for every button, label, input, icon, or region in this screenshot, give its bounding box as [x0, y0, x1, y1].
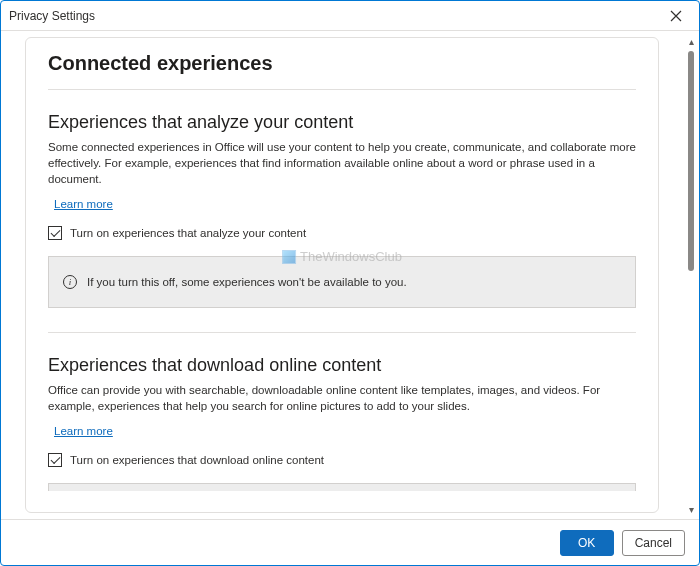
close-button[interactable] — [661, 2, 691, 30]
ok-button[interactable]: OK — [560, 530, 614, 556]
window-title: Privacy Settings — [9, 9, 95, 23]
titlebar: Privacy Settings — [1, 1, 699, 31]
section-analyze-desc: Some connected experiences in Office wil… — [48, 139, 636, 187]
scroll-region: Connected experiences Experiences that a… — [1, 31, 683, 519]
watermark-icon — [282, 250, 296, 264]
cancel-button[interactable]: Cancel — [622, 530, 685, 556]
checkbox-analyze-label: Turn on experiences that analyze your co… — [70, 227, 306, 239]
info-text-analyze: If you turn this off, some experiences w… — [87, 276, 407, 288]
section-divider — [48, 332, 636, 333]
info-icon: i — [63, 275, 77, 289]
scroll-up-arrow-icon[interactable]: ▴ — [684, 33, 698, 49]
checkbox-row-download: Turn on experiences that download online… — [48, 453, 636, 467]
content-panel: Connected experiences Experiences that a… — [25, 37, 659, 513]
privacy-settings-window: Privacy Settings Connected experiences E… — [0, 0, 700, 566]
watermark-text: TheWindowsClub — [300, 249, 402, 264]
close-icon — [670, 10, 682, 22]
info-box-analyze: TheWindowsClub i If you turn this off, s… — [48, 256, 636, 308]
dialog-footer: OK Cancel — [1, 519, 699, 565]
scroll-down-arrow-icon[interactable]: ▾ — [684, 501, 698, 517]
section-download-desc: Office can provide you with searchable, … — [48, 382, 636, 414]
checkbox-row-analyze: Turn on experiences that analyze your co… — [48, 226, 636, 240]
info-box-download-partial — [48, 483, 636, 491]
watermark: TheWindowsClub — [282, 249, 402, 264]
learn-more-link-analyze[interactable]: Learn more — [54, 198, 113, 210]
checkbox-analyze[interactable] — [48, 226, 62, 240]
dialog-body: Connected experiences Experiences that a… — [1, 31, 699, 519]
checkbox-download[interactable] — [48, 453, 62, 467]
scrollbar-rail[interactable] — [688, 49, 694, 501]
section-analyze-heading: Experiences that analyze your content — [48, 112, 636, 133]
section-download-heading: Experiences that download online content — [48, 355, 636, 376]
page-heading: Connected experiences — [48, 52, 636, 90]
checkbox-download-label: Turn on experiences that download online… — [70, 454, 324, 466]
vertical-scrollbar[interactable]: ▴ ▾ — [683, 31, 699, 519]
learn-more-link-download[interactable]: Learn more — [54, 425, 113, 437]
scrollbar-thumb[interactable] — [688, 51, 694, 271]
